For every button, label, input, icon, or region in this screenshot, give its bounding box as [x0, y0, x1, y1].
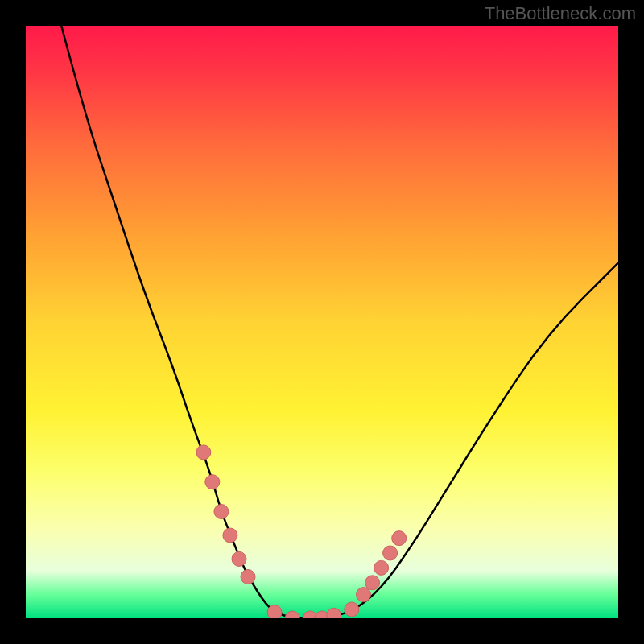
highlight-marker: [345, 602, 359, 617]
highlight-marker: [241, 570, 255, 584]
highlight-marker: [214, 505, 229, 519]
highlight-marker: [232, 551, 246, 566]
highlight-marker: [327, 608, 341, 618]
highlight-marker: [365, 576, 380, 590]
curve-path-group: [61, 26, 618, 618]
plot-area: [26, 26, 618, 618]
chart-frame: TheBottleneck.com: [0, 0, 644, 644]
highlight-marker: [383, 546, 398, 560]
highlight-marker: [267, 605, 282, 618]
curve-svg: [26, 26, 618, 618]
highlight-marker: [223, 528, 237, 543]
highlight-marker: [392, 531, 407, 546]
highlight-marker: [357, 588, 371, 602]
bottleneck-curve: [61, 26, 618, 618]
highlight-marker: [374, 560, 389, 575]
highlight-marker: [205, 475, 220, 489]
highlight-marker: [285, 611, 299, 618]
highlight-marker: [196, 445, 211, 460]
watermark-text: TheBottleneck.com: [485, 3, 636, 24]
